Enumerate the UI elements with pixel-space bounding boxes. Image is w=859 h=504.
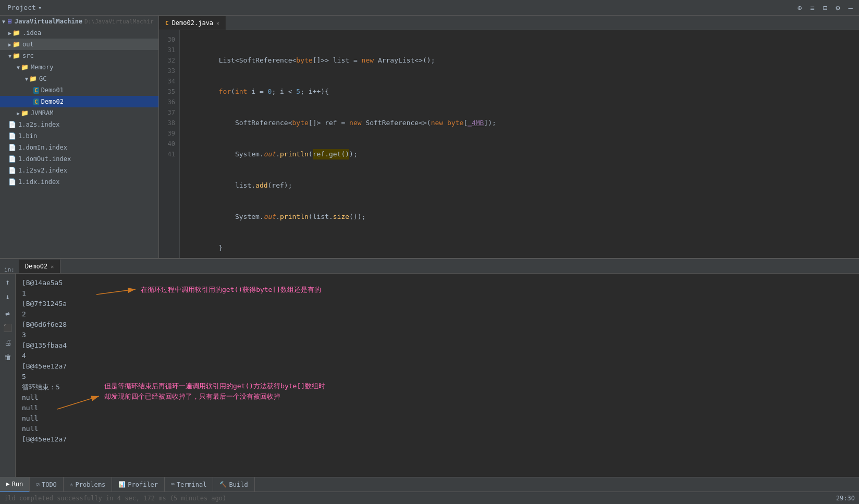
code-line-36: }: [186, 243, 853, 253]
footer-tabs: ▶ Run ☑ TODO ⚠ Problems 📊 Profiler ⌨ Ter…: [0, 477, 859, 491]
output-line-2: [B@7f31245a: [22, 299, 853, 309]
folder-icon-idea: 📁: [13, 29, 20, 36]
run-label: in:: [0, 266, 19, 273]
editor-area: C Demo02.java ✕ 30 31 32 33 34 35 36 37 …: [159, 16, 859, 258]
sidebar-item-idx[interactable]: 📄 1.idx.index: [0, 176, 158, 188]
memory-label: Memory: [31, 64, 53, 71]
sidebar-item-idea[interactable]: ▶ 📁 .idea: [0, 27, 158, 39]
sidebar: ▼ 🖥 JavaVirtualMachine D:\JavaVirtualMac…: [0, 16, 159, 258]
bottom-panel: in: Demo02 ✕ ↑ ↓ ⇌ ⬛ 🖨 🗑 [B@14ae5a5 1 [B…: [0, 258, 859, 477]
sidebar-item-src[interactable]: ▼ 📁 src: [0, 50, 158, 62]
output-line-6: [B@135fbaa4: [22, 340, 853, 351]
output-text-0: [B@14ae5a5: [22, 278, 63, 288]
sidebar-item-bin[interactable]: 📄 1.bin: [0, 130, 158, 142]
bottom-tab-close[interactable]: ✕: [51, 264, 54, 269]
output-text-9: 5: [22, 372, 26, 382]
expand-arrow-src: ▼: [8, 53, 11, 59]
domin-label: 1.domIn.index: [18, 144, 67, 151]
sidebar-item-out[interactable]: ▶ 📁 out: [0, 39, 158, 50]
todo-icon: ☑: [36, 481, 40, 488]
demo01-label: Demo01: [41, 87, 64, 94]
footer-build-label: Build: [229, 481, 248, 488]
file-icon-idx: 📄: [8, 178, 16, 186]
file-icon-domout: 📄: [8, 155, 16, 163]
scroll-down-button[interactable]: ↓: [2, 290, 14, 303]
build-icon: 🔨: [219, 481, 227, 488]
footer-tab-run[interactable]: ▶ Run: [0, 477, 30, 492]
footer-tab-todo[interactable]: ☑ TODO: [30, 477, 64, 492]
chevron-down-icon: ▾: [38, 4, 42, 11]
sidebar-item-a2s[interactable]: 📄 1.a2s.index: [0, 119, 158, 130]
output-text-10: 循环结束：5: [22, 382, 60, 392]
tab-demo02[interactable]: C Demo02.java ✕: [159, 16, 226, 30]
print-button[interactable]: 🖨: [2, 336, 14, 349]
jvm-root-path: D:\JavaVirtualMachir: [84, 18, 153, 25]
line-num-34: 34: [163, 76, 175, 87]
folder-icon-src: 📁: [13, 52, 20, 59]
run-icon: ▶: [6, 481, 10, 487]
collapse-icon[interactable]: ⊟: [821, 3, 829, 13]
output-area: [B@14ae5a5 1 [B@7f31245a 2 [B@6d6f6e28 3…: [16, 274, 859, 477]
footer-tab-build[interactable]: 🔨 Build: [213, 477, 254, 492]
sidebar-item-domin[interactable]: 📄 1.domIn.index: [0, 142, 158, 153]
file-icon-domin: 📄: [8, 144, 16, 151]
expand-arrow-memory: ▼: [17, 65, 20, 70]
footer-problems-label: Problems: [75, 481, 105, 488]
footer-run-label: Run: [12, 481, 23, 488]
sidebar-item-domout[interactable]: 📄 1.domOut.index: [0, 153, 158, 165]
action-panel: ↑ ↓ ⇌ ⬛ 🖨 🗑: [0, 274, 16, 477]
line-num-37: 37: [163, 107, 175, 118]
line-num-41: 41: [163, 149, 175, 159]
bottom-tab-demo02[interactable]: Demo02 ✕: [19, 260, 60, 273]
clear-button[interactable]: 🗑: [2, 351, 14, 363]
jvmram-label: JVMRAM: [31, 109, 53, 117]
folder-icon-jvmram: 📁: [21, 109, 29, 117]
code-content: 30 31 32 33 34 35 36 37 38 39 40 41 List…: [159, 30, 859, 258]
code-line-30: List<SoftReference<byte[]>> list = new A…: [186, 55, 853, 66]
footer-tab-terminal[interactable]: ⌨ Terminal: [165, 477, 213, 492]
settings-icon[interactable]: ⚙: [833, 3, 842, 13]
sidebar-item-jvm-root[interactable]: ▼ 🖥 JavaVirtualMachine D:\JavaVirtualMac…: [0, 16, 158, 27]
footer-tab-profiler[interactable]: 📊 Profiler: [112, 477, 165, 492]
stop-button[interactable]: ⬛: [2, 322, 14, 334]
java-icon-demo02: C: [33, 99, 39, 105]
sidebar-item-demo02[interactable]: C Demo02: [0, 96, 158, 107]
output-line-15: [B@45ee12a7: [22, 434, 853, 445]
java-icon-demo01: C: [33, 87, 39, 94]
output-line-10: 循环结束：5: [22, 382, 853, 392]
output-text-11: null: [22, 392, 38, 403]
output-line-0: [B@14ae5a5: [22, 278, 853, 288]
sidebar-item-memory[interactable]: ▼ 📁 Memory: [0, 62, 158, 73]
code-line-32: SoftReference<byte[]> ref = new SoftRefe…: [186, 118, 853, 128]
target-icon[interactable]: ⊕: [795, 3, 804, 13]
line-num-38: 38: [163, 118, 175, 128]
output-text-2: [B@7f31245a: [22, 299, 67, 309]
output-line-12: null: [22, 403, 853, 413]
sidebar-item-gc[interactable]: ▼ 📁 GC: [0, 73, 158, 84]
output-text-1: 1: [22, 288, 26, 299]
minimize-icon[interactable]: —: [846, 3, 855, 13]
output-text-13: null: [22, 413, 38, 424]
expand-arrow-jvmram: ▶: [17, 110, 20, 116]
folder-icon-memory: 📁: [21, 64, 29, 71]
tab-close-button[interactable]: ✕: [216, 20, 219, 26]
sidebar-item-jvmram[interactable]: ▶ 📁 JVMRAM: [0, 107, 158, 119]
expand-arrow-idea: ▶: [8, 30, 11, 36]
project-dropdown[interactable]: Project ▾: [4, 3, 45, 13]
footer-tab-problems[interactable]: ⚠ Problems: [64, 477, 112, 492]
sidebar-item-demo01[interactable]: C Demo01: [0, 84, 158, 96]
status-text: ild completed successfully in 4 sec, 172…: [4, 495, 836, 502]
scroll-up-button[interactable]: ↑: [2, 276, 14, 288]
list-icon[interactable]: ≡: [808, 3, 816, 13]
sidebar-item-i2sv2[interactable]: 📄 1.i2sv2.index: [0, 165, 158, 176]
line-num-32: 32: [163, 55, 175, 66]
code-editor[interactable]: List<SoftReference<byte[]>> list = new A…: [180, 30, 859, 258]
code-line-33: System.out.println(ref.get());: [186, 149, 853, 159]
output-text-15: [B@45ee12a7: [22, 434, 67, 445]
line-num-30: 30: [163, 34, 175, 45]
bottom-content: ↑ ↓ ⇌ ⬛ 🖨 🗑 [B@14ae5a5 1 [B@7f31245a 2 […: [0, 274, 859, 477]
idx-label: 1.idx.index: [18, 178, 59, 186]
output-line-8: [B@45ee12a7: [22, 361, 853, 372]
output-line-9: 5: [22, 372, 853, 382]
rerun-button[interactable]: ⇌: [2, 307, 14, 319]
